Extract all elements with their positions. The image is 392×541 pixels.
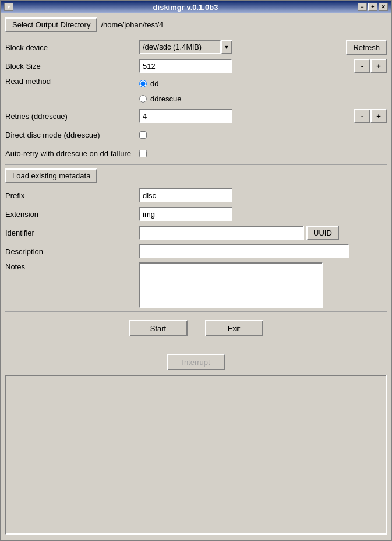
radio-ddrescue-label: ddrescue xyxy=(150,94,181,103)
load-metadata-button[interactable]: Load existing metadata xyxy=(5,168,97,183)
description-label: Description xyxy=(5,247,139,256)
device-section: Block device /dev/sdc (1.4MiB) ▼ Refresh… xyxy=(5,40,387,165)
prefix-row: Prefix xyxy=(5,188,387,203)
maximize-button[interactable]: + xyxy=(368,3,377,11)
select-output-dir-button[interactable]: Select Output Directory xyxy=(5,17,97,32)
notes-textarea[interactable] xyxy=(139,262,323,308)
direct-disc-row: Direct disc mode (ddrescue) xyxy=(5,127,387,142)
prefix-label: Prefix xyxy=(5,191,139,200)
start-button[interactable]: Start xyxy=(129,320,188,336)
retries-input[interactable] xyxy=(139,109,232,123)
notes-label: Notes xyxy=(5,262,139,271)
block-size-label: Block Size xyxy=(5,62,139,71)
description-row: Description xyxy=(5,244,387,259)
identifier-input[interactable] xyxy=(139,226,304,240)
action-buttons: Start Exit Interrupt xyxy=(5,315,387,373)
radio-dd[interactable] xyxy=(139,80,147,87)
menu-arrow[interactable]: ▼ xyxy=(4,3,13,11)
interrupt-button[interactable]: Interrupt xyxy=(167,354,225,370)
start-exit-row: Start Exit xyxy=(129,320,263,336)
minimize-button[interactable]: − xyxy=(358,3,367,11)
retries-minus-button[interactable]: - xyxy=(354,109,370,123)
radio-ddrescue-row: ddrescue xyxy=(139,92,181,105)
radio-ddrescue[interactable] xyxy=(139,95,147,103)
block-device-dropdown-button[interactable]: ▼ xyxy=(221,40,232,54)
extension-label: Extension xyxy=(5,210,139,219)
direct-disc-checkbox[interactable] xyxy=(139,131,147,139)
read-method-label: Read method xyxy=(5,77,139,86)
block-device-label: Block device xyxy=(5,43,139,52)
block-device-value: /dev/sdc (1.4MiB) xyxy=(139,40,221,54)
interrupt-row: Interrupt xyxy=(167,354,225,370)
window-title: diskimgr v.0.1.0b3 xyxy=(13,3,358,12)
block-device-input-group: /dev/sdc (1.4MiB) ▼ xyxy=(139,40,232,54)
main-content: Select Output Directory /home/johan/test… xyxy=(1,13,391,540)
refresh-button[interactable]: Refresh xyxy=(346,40,387,55)
block-device-row: Block device /dev/sdc (1.4MiB) ▼ Refresh xyxy=(5,40,387,55)
uuid-button[interactable]: UUID xyxy=(306,226,339,240)
load-metadata-row: Load existing metadata xyxy=(5,168,387,183)
auto-retry-label: Auto-retry with ddrescue on dd failure xyxy=(5,149,139,158)
close-button[interactable]: ✕ xyxy=(379,3,388,11)
block-size-input[interactable] xyxy=(139,59,232,73)
block-size-minus-button[interactable]: - xyxy=(354,59,370,73)
metadata-section: Load existing metadata Prefix Extension … xyxy=(5,168,387,312)
log-area[interactable] xyxy=(5,375,387,535)
identifier-row: Identifier UUID xyxy=(5,225,387,240)
radio-dd-row: dd xyxy=(139,77,181,90)
read-method-options: dd ddrescue xyxy=(139,77,181,105)
retries-label: Retries (ddrescue) xyxy=(5,112,139,121)
retries-row: Retries (ddrescue) - + xyxy=(5,108,387,124)
identifier-label: Identifier xyxy=(5,229,139,237)
retries-plus-button[interactable]: + xyxy=(370,109,387,123)
description-input[interactable] xyxy=(139,244,349,258)
radio-dd-label: dd xyxy=(150,79,158,88)
main-window: ▼ diskimgr v.0.1.0b3 − + ✕ Select Output… xyxy=(0,0,392,541)
direct-disc-label: Direct disc mode (ddrescue) xyxy=(5,131,139,139)
auto-retry-checkbox[interactable] xyxy=(139,150,147,157)
extension-row: Extension xyxy=(5,206,387,222)
output-dir-row: Select Output Directory /home/johan/test… xyxy=(5,17,387,32)
exit-button[interactable]: Exit xyxy=(205,320,263,336)
block-size-row: Block Size - + xyxy=(5,58,387,73)
prefix-input[interactable] xyxy=(139,188,232,202)
extension-input[interactable] xyxy=(139,207,232,221)
block-size-plus-button[interactable]: + xyxy=(370,59,387,73)
window-controls: − + ✕ xyxy=(358,3,388,11)
read-method-row: Read method dd ddrescue xyxy=(5,77,387,105)
output-dir-section: Select Output Directory /home/johan/test… xyxy=(5,17,387,36)
auto-retry-row: Auto-retry with ddrescue on dd failure xyxy=(5,146,387,161)
notes-row: Notes xyxy=(5,262,387,308)
output-path-display: /home/johan/test/4 xyxy=(97,19,387,30)
titlebar: ▼ diskimgr v.0.1.0b3 − + ✕ xyxy=(1,1,391,13)
